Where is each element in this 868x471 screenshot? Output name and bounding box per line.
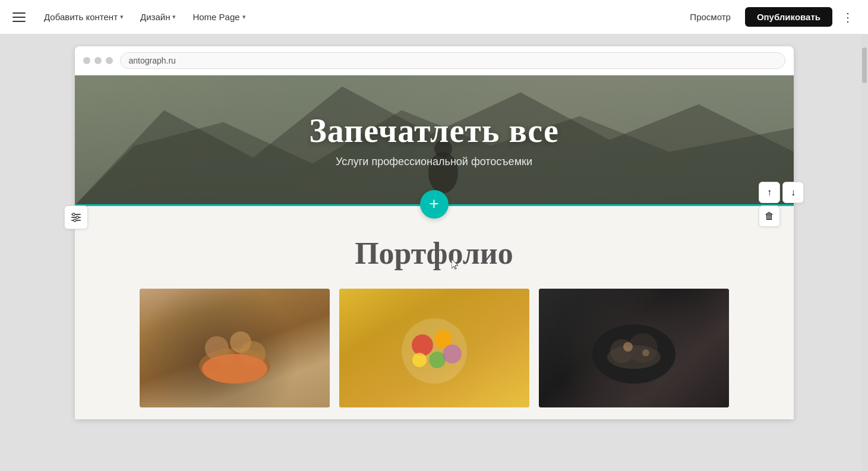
portfolio-grid xyxy=(87,289,782,407)
url-bar[interactable] xyxy=(120,52,785,69)
section-settings-button[interactable] xyxy=(64,206,88,229)
browser-dots xyxy=(83,57,113,64)
svg-point-21 xyxy=(623,342,633,352)
svg-point-12 xyxy=(412,334,433,356)
portfolio-card-3 xyxy=(539,289,729,407)
svg-point-16 xyxy=(443,344,462,363)
svg-point-26 xyxy=(72,213,75,216)
add-content-chevron: ▾ xyxy=(120,13,124,21)
left-panel xyxy=(64,206,88,229)
portfolio-title: Портфолио xyxy=(87,236,782,271)
svg-point-22 xyxy=(642,349,649,356)
svg-point-10 xyxy=(202,354,267,384)
hero-subtitle: Услуги профессиональной фотосъемки xyxy=(309,156,559,168)
page-chevron: ▾ xyxy=(242,13,246,21)
browser-mockup: Запечатлеть все Услуги профессиональной … xyxy=(75,46,794,419)
browser-dot-3 xyxy=(106,57,113,64)
add-content-button[interactable]: Добавить контент ▾ xyxy=(38,8,130,26)
page-selector-label: Home Page xyxy=(192,12,239,22)
svg-point-15 xyxy=(412,353,427,367)
scrollbar-thumb[interactable] xyxy=(862,48,867,83)
more-options-button[interactable]: ⋮ xyxy=(837,8,858,27)
add-section-button[interactable]: + xyxy=(420,190,449,219)
svg-point-28 xyxy=(74,219,76,222)
preview-button[interactable]: Просмотр xyxy=(680,8,740,26)
preview-label: Просмотр xyxy=(690,12,731,22)
delete-icon: 🗑 xyxy=(765,211,774,222)
hero-content: Запечатлеть все Услуги профессиональной … xyxy=(309,112,559,168)
hamburger-menu-button[interactable] xyxy=(10,8,29,27)
browser-dot-2 xyxy=(94,57,102,64)
publish-button[interactable]: Опубликовать xyxy=(745,7,832,27)
hero-section: Запечатлеть все Услуги профессиональной … xyxy=(75,75,794,206)
browser-bar xyxy=(75,46,794,75)
move-buttons-row: ↑ ↓ xyxy=(759,182,804,203)
more-icon: ⋮ xyxy=(842,11,854,24)
publish-label: Опубликовать xyxy=(757,12,820,22)
add-content-label: Добавить контент xyxy=(44,12,118,22)
portfolio-card-1 xyxy=(140,289,330,407)
scrollbar[interactable] xyxy=(861,34,868,471)
svg-point-27 xyxy=(76,216,78,219)
browser-dot-1 xyxy=(83,57,90,64)
topbar: Добавить контент ▾ Дизайн ▾ Home Page ▾ … xyxy=(0,0,868,34)
right-panel: ↑ ↓ 🗑 xyxy=(759,182,804,227)
svg-point-20 xyxy=(607,345,661,369)
hero-title: Запечатлеть все xyxy=(309,112,559,150)
settings-icon xyxy=(70,211,82,223)
move-down-button[interactable]: ↓ xyxy=(782,182,804,203)
portfolio-card-2 xyxy=(339,289,529,407)
add-section-icon: + xyxy=(429,195,438,212)
portfolio-section: Портфолио xyxy=(75,206,794,419)
move-up-button[interactable]: ↑ xyxy=(759,182,780,203)
design-button[interactable]: Дизайн ▾ xyxy=(134,8,182,26)
delete-section-button[interactable]: 🗑 xyxy=(759,206,780,227)
move-up-icon: ↑ xyxy=(767,187,772,198)
design-chevron: ▾ xyxy=(172,13,176,21)
move-down-icon: ↓ xyxy=(791,187,796,198)
canvas-area: Запечатлеть все Услуги профессиональной … xyxy=(0,34,868,471)
page-selector-button[interactable]: Home Page ▾ xyxy=(187,8,251,26)
design-label: Дизайн xyxy=(140,12,170,22)
